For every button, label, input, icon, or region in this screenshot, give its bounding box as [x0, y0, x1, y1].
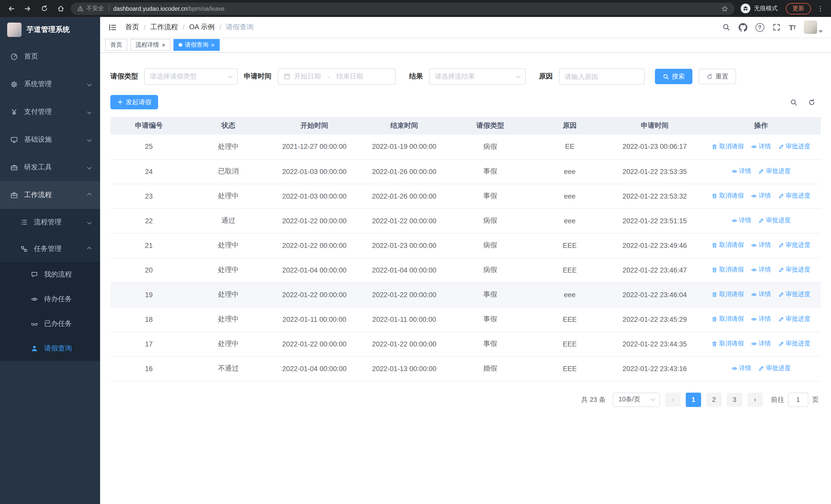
- tab-process-detail[interactable]: 流程详情 ×: [131, 39, 170, 51]
- table-row: 17 处理中 2022-01-22 00:00:00 2022-01-22 00…: [110, 331, 821, 356]
- breadcrumb-home[interactable]: 首页: [125, 23, 139, 32]
- reset-button[interactable]: 重置: [698, 69, 736, 84]
- detail-link[interactable]: 详情: [751, 290, 771, 299]
- detail-link[interactable]: 详情: [751, 339, 771, 348]
- page-button-3[interactable]: 3: [727, 392, 742, 407]
- approval-progress-label: 审批进度: [766, 216, 791, 225]
- prev-page-button[interactable]: ‹: [665, 392, 681, 407]
- page-size-select[interactable]: 10条/页: [613, 392, 660, 407]
- cancel-leave-label: 取消请假: [719, 241, 744, 250]
- cancel-leave-link[interactable]: 取消请假: [711, 241, 744, 250]
- reason-input[interactable]: [565, 72, 639, 80]
- approval-progress-link[interactable]: 审批进度: [778, 266, 810, 274]
- fullscreen-button[interactable]: [772, 23, 780, 31]
- cancel-leave-link[interactable]: 取消请假: [711, 290, 744, 299]
- browser-reload-button[interactable]: [38, 2, 50, 14]
- warning-triangle-icon: [77, 5, 84, 12]
- result-select[interactable]: 请选择流结果: [429, 68, 525, 85]
- cancel-leave-label: 取消请假: [719, 315, 744, 324]
- help-button[interactable]: ?: [755, 23, 764, 32]
- home-icon: [57, 5, 64, 12]
- approval-progress-link[interactable]: 审批进度: [778, 241, 810, 250]
- sidebar-item-workflow[interactable]: 工作流程: [0, 181, 100, 209]
- security-warning[interactable]: 不安全: [77, 5, 109, 12]
- github-link[interactable]: [738, 23, 747, 32]
- cancel-leave-link[interactable]: 取消请假: [711, 192, 744, 200]
- page-button-2[interactable]: 2: [706, 392, 722, 407]
- tab-home[interactable]: 首页: [105, 39, 127, 51]
- sidebar-item-devtools[interactable]: 研发工具: [0, 153, 100, 181]
- goto-page-input[interactable]: [788, 392, 808, 407]
- user-menu[interactable]: [804, 21, 823, 34]
- browser-forward-button[interactable]: [22, 2, 34, 14]
- cell-status: 处理中: [188, 184, 269, 208]
- address-bar[interactable]: 不安全 dashboard.yudao.iocoder.cn/bpm/oa/le…: [71, 2, 735, 14]
- toggle-search-button[interactable]: [790, 98, 798, 106]
- sidebar-item-label: 首页: [24, 52, 38, 61]
- calendar-icon: [283, 73, 290, 80]
- sidebar-item-infra[interactable]: 基础设施: [0, 126, 100, 153]
- detail-link[interactable]: 详情: [751, 315, 771, 324]
- sidebar-item-leave-query[interactable]: 请假查询: [0, 336, 100, 361]
- app-logo[interactable]: 芋道管理系统: [0, 17, 100, 42]
- cell-leave-type: 病假: [449, 258, 531, 282]
- sidebar-item-done-tasks[interactable]: 已办任务: [0, 312, 100, 336]
- next-page-button[interactable]: ›: [747, 392, 763, 407]
- sidebar-item-my-process[interactable]: 我的流程: [0, 262, 100, 287]
- cancel-leave-link[interactable]: 取消请假: [711, 315, 744, 324]
- approval-progress-link[interactable]: 审批进度: [758, 216, 791, 225]
- sidebar-item-system[interactable]: 系统管理: [0, 70, 100, 98]
- cancel-leave-link[interactable]: 取消请假: [711, 266, 744, 274]
- sidebar-collapse-button[interactable]: [108, 23, 117, 32]
- close-icon[interactable]: ×: [162, 42, 165, 48]
- sidebar-item-process-management[interactable]: 流程管理: [0, 209, 100, 236]
- apply-time-range-picker[interactable]: 开始日期 - 结束日期: [278, 68, 396, 85]
- approval-progress-link[interactable]: 审批进度: [778, 192, 810, 200]
- breadcrumb-oa-example[interactable]: OA 示例: [189, 23, 214, 32]
- sidebar-item-todo-tasks[interactable]: 待办任务: [0, 287, 100, 312]
- cell-start-time: 2022-01-04 00:00:00: [269, 258, 359, 282]
- approval-progress-label: 审批进度: [786, 339, 810, 348]
- cell-leave-type: 病假: [449, 208, 531, 233]
- approval-progress-link[interactable]: 审批进度: [758, 364, 791, 373]
- create-leave-button[interactable]: 发起请假: [110, 95, 158, 109]
- sidebar-item-home[interactable]: 首页: [0, 42, 100, 70]
- cancel-leave-link[interactable]: 取消请假: [711, 142, 744, 151]
- detail-label: 详情: [758, 290, 771, 299]
- sidebar-item-task-management[interactable]: 任务管理: [0, 236, 100, 262]
- refresh-icon: [706, 73, 713, 80]
- approval-progress-link[interactable]: 审批进度: [778, 315, 810, 324]
- detail-link[interactable]: 详情: [731, 364, 751, 373]
- detail-link[interactable]: 详情: [751, 266, 771, 274]
- breadcrumb-workflow[interactable]: 工作流程: [150, 23, 178, 32]
- reason-input-wrap[interactable]: [559, 68, 645, 85]
- detail-link[interactable]: 详情: [751, 192, 771, 200]
- approval-progress-link[interactable]: 审批进度: [758, 167, 791, 176]
- leave-type-select[interactable]: 请选择请假类型: [144, 68, 238, 85]
- header-search-button[interactable]: [722, 23, 730, 31]
- browser-menu-button[interactable]: ⋮: [815, 5, 826, 12]
- font-size-button[interactable]: TT: [789, 23, 796, 32]
- close-icon[interactable]: ×: [211, 42, 214, 48]
- browser-back-button[interactable]: [5, 2, 18, 14]
- bookmark-star-button[interactable]: [721, 5, 728, 12]
- navbar-tools: ? TT: [722, 21, 823, 34]
- detail-link[interactable]: 详情: [751, 241, 771, 250]
- browser-home-button[interactable]: [54, 2, 67, 14]
- page-button-1[interactable]: 1: [686, 392, 701, 407]
- detail-link[interactable]: 详情: [751, 142, 771, 151]
- tab-leave-query[interactable]: 请假查询 ×: [173, 39, 220, 51]
- search-button[interactable]: 搜索: [655, 69, 692, 84]
- approval-progress-link[interactable]: 审批进度: [778, 142, 810, 151]
- cancel-leave-link[interactable]: 取消请假: [711, 339, 744, 348]
- approval-progress-link[interactable]: 审批进度: [778, 290, 810, 299]
- gear-icon: [10, 80, 18, 88]
- sidebar-item-payment[interactable]: 支付管理: [0, 98, 100, 126]
- approval-progress-link[interactable]: 审批进度: [778, 339, 810, 348]
- sidebar-item-label: 基础设施: [24, 135, 52, 144]
- detail-link[interactable]: 详情: [731, 167, 751, 176]
- refresh-table-button[interactable]: [808, 98, 815, 106]
- eye-icon: [751, 316, 757, 322]
- browser-update-button[interactable]: 更新: [786, 3, 811, 14]
- detail-link[interactable]: 详情: [731, 216, 751, 225]
